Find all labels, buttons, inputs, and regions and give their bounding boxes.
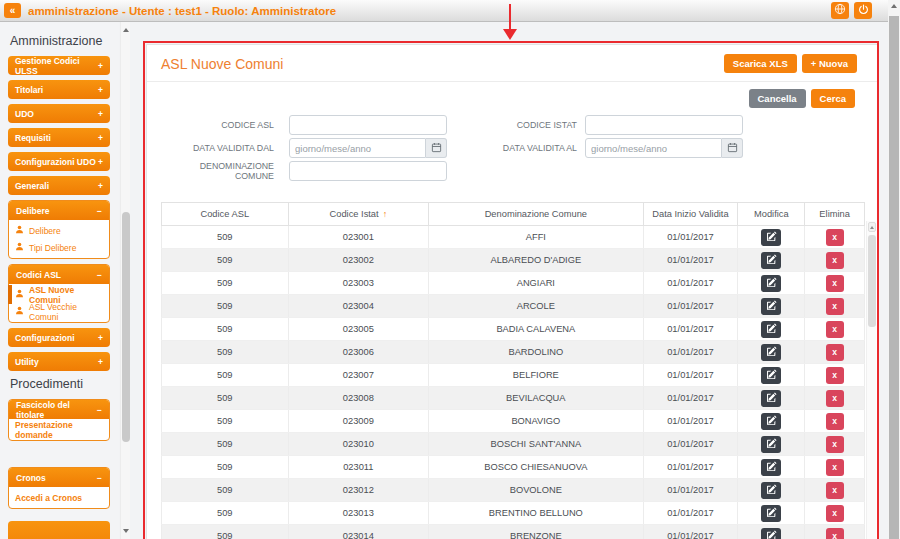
edit-button[interactable] [761,252,781,269]
sidebar-item-asl-vecchie-comuni[interactable]: ASL Vecchie Comuni [9,303,109,320]
scroll-up-icon[interactable] [868,222,876,232]
sidebar-group-requisiti[interactable]: Requisiti+ [8,128,110,147]
edit-button[interactable] [761,459,781,476]
edit-button[interactable] [761,436,781,453]
delete-button[interactable]: x [826,482,844,499]
sidebar-group-fascicolo-del-titolare[interactable]: Fascicolo del titolare− [9,400,109,419]
sidebar-item-tipi-delibere[interactable]: Tipi Delibere [9,239,109,256]
cell-codice-asl: 509 [162,502,289,525]
cell-elimina: x [805,295,865,318]
sidebar-group-codici-asl[interactable]: Codici ASL− [9,265,109,284]
edit-button[interactable] [761,505,781,522]
column-header-codice-asl[interactable]: Codice ASL [162,203,289,226]
delete-button[interactable]: x [826,436,844,453]
column-header-denominazione-comune[interactable]: Denominazione Comune [429,203,643,226]
delete-button[interactable]: x [826,505,844,522]
edit-button[interactable] [761,482,781,499]
cell-codice-asl: 509 [162,226,289,249]
delete-button[interactable]: x [826,528,844,539]
sidebar-group-label: Cronos [16,473,46,483]
sidebar-collapse-button[interactable]: « [4,3,21,18]
column-header-data-inizio-validita[interactable]: Data Inizio Validita [643,203,738,226]
search-button[interactable]: Cerca [811,89,855,108]
new-button[interactable]: + Nuova [802,54,857,73]
sidebar-group-udo[interactable]: UDO+ [8,104,110,123]
scroll-up-icon[interactable] [123,28,129,32]
sidebar-item-delibere[interactable]: Delibere [9,222,109,239]
sidebar-item-presentazione-domande[interactable]: Presentazione domande [9,421,109,438]
delete-button[interactable]: x [826,229,844,246]
table-scrollbar-thumb[interactable] [868,235,876,327]
edit-button[interactable] [761,298,781,315]
delete-button[interactable]: x [826,390,844,407]
cell-denominazione-comune: AFFI [429,226,643,249]
edit-pencil-icon [766,483,777,498]
delete-button[interactable]: x [826,298,844,315]
data-validita-al-input[interactable] [585,138,722,158]
delete-button[interactable]: x [826,344,844,361]
sidebar-item-accedi-a-cronos[interactable]: Accedi a Cronos [9,489,109,506]
sidebar-group-generali[interactable]: Generali+ [8,176,110,195]
table-row: 509023014BRENZONE01/01/2017x [162,525,865,539]
sidebar-scrollbar[interactable] [120,22,130,539]
edit-button[interactable] [761,229,781,246]
scroll-up-icon[interactable] [891,4,897,8]
calendar-button[interactable] [426,138,447,158]
table-scrollbar[interactable] [866,221,876,539]
sidebar-item-asl-nuove-comuni[interactable]: ASL Nuove Comuni [9,286,109,303]
column-header-codice-istat[interactable]: Codice Istat↑ [288,203,429,226]
delete-button[interactable]: x [826,321,844,338]
download-xls-button[interactable]: Scarica XLS [724,54,797,73]
calendar-button[interactable] [722,138,743,158]
sidebar-item-label: Accedi a Cronos [15,493,82,503]
scroll-down-icon[interactable] [123,529,129,533]
page-scrollbar[interactable] [888,0,900,539]
app-title: amministrazione - Utente : test1 - Ruolo… [28,5,336,17]
sidebar-group-titolari[interactable]: Titolari+ [8,80,110,99]
delete-button[interactable]: x [826,275,844,292]
page-scrollbar-thumb[interactable] [889,16,899,539]
codice-asl-input[interactable] [289,115,447,135]
globe-button[interactable] [831,2,849,19]
sidebar-group-cronos[interactable]: Cronos− [9,468,109,487]
cell-denominazione-comune: BRENZONE [429,525,643,539]
edit-button[interactable] [761,321,781,338]
sidebar-group-configurazioni[interactable]: Configurazioni+ [8,328,110,347]
delete-button[interactable]: x [826,252,844,269]
edit-button[interactable] [761,367,781,384]
expand-plus-icon: + [98,109,103,119]
sidebar-group-configurazioni-udo[interactable]: Configurazioni UDO+ [8,152,110,171]
sidebar-group-label: Requisiti [15,133,51,143]
delete-button[interactable]: x [826,367,844,384]
edit-button[interactable] [761,344,781,361]
codice-istat-input[interactable] [585,115,743,135]
denominazione-comune-input[interactable] [289,161,447,181]
cell-data-inizio-validita: 01/01/2017 [643,479,738,502]
sidebar-scrollbar-thumb[interactable] [122,212,130,442]
cell-codice-istat: 023014 [288,525,429,539]
data-validita-dal-input[interactable] [289,138,426,158]
delete-button[interactable]: x [826,413,844,430]
cell-modifica [738,272,805,295]
edit-button[interactable] [761,528,781,539]
edit-pencil-icon [766,529,777,539]
cell-codice-istat: 023004 [288,295,429,318]
sidebar-section-amministrazione: Amministrazione [10,34,119,48]
sidebar-group-expanded-delibere: Delibere−DelibereTipi Delibere [8,200,110,259]
edit-pencil-icon [766,322,777,337]
sidebar-group-delibere[interactable]: Delibere− [9,201,109,220]
sidebar-group-gestione-codici-ulss[interactable]: Gestione Codici ULSS+ [8,56,110,75]
edit-button[interactable] [761,275,781,292]
delete-button[interactable]: x [826,459,844,476]
sidebar-group-utility[interactable]: Utility+ [8,352,110,371]
logout-button[interactable] [854,2,872,19]
sidebar-group-partial[interactable] [8,521,110,539]
cancel-button[interactable]: Cancella [749,89,806,108]
expand-plus-icon: + [98,85,103,95]
edit-button[interactable] [761,390,781,407]
sidebar-admin-groups: Gestione Codici ULSS+Titolari+UDO+Requis… [0,56,119,371]
sidebar-group-label: Utility [15,357,39,367]
edit-button[interactable] [761,413,781,430]
cell-codice-istat: 023006 [288,341,429,364]
expand-plus-icon: + [98,357,103,367]
